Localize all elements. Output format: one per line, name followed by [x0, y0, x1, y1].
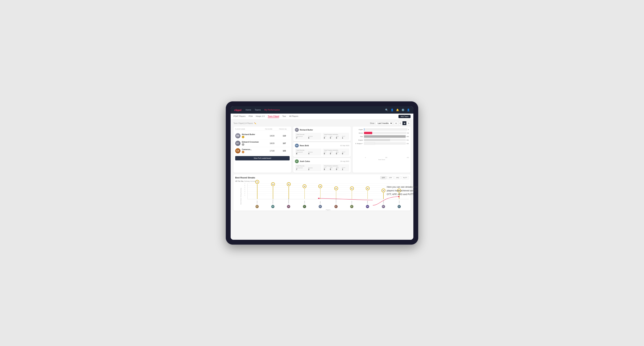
player-label-col-2: D. BillinghamDB — [287, 199, 290, 208]
streak-col-D.Ford: 4x — [350, 186, 354, 199]
main-content: Team Clippd | 14 Players ✏️ Show Last 3 … — [231, 120, 413, 240]
player-row-3: CA Cameron... 3 17/20 103 — [235, 147, 290, 155]
subnav-pga[interactable]: PGA — [249, 115, 253, 118]
chart-title: Total Shots — [354, 159, 409, 161]
logo: clippd — [234, 109, 241, 112]
streaks-subtitle: Off The Tee, Fairway Accuracy — [235, 180, 409, 182]
player-labels-row: E. EwertEEB. McHergBMD. BillinghamDBJ. C… — [248, 199, 409, 208]
avatar-2: EC — [235, 141, 240, 146]
bar-value-birdies: 96 — [407, 132, 409, 134]
player-card-rees: RB Rees Britt 02 Sep 2023 Total Rounds — [293, 142, 351, 157]
add-team-button[interactable]: Add Team — [398, 115, 410, 118]
pb-score-1: 19/20 — [265, 135, 279, 137]
streak-bubble-7: 4x — [366, 186, 370, 190]
bar-value-eagles: 3 — [408, 129, 409, 130]
list-view-btn[interactable]: ☰ — [398, 121, 402, 125]
card-view-btn[interactable]: ▦ — [402, 121, 406, 125]
bar-track-dbogeys — [364, 142, 406, 145]
subnav-hcaps[interactable]: Hcaps 1-5 — [256, 115, 264, 118]
grid-view-btn[interactable]: ⊞ — [394, 121, 398, 125]
stats-block-rounds-first: Total Rounds Tournament 7 Practice — [295, 133, 322, 140]
player-name-label-0: E. Ewert — [256, 199, 258, 204]
player-avatar-bottom-1: BM — [271, 205, 274, 208]
player-label-col-1: B. McHergBM — [271, 199, 274, 208]
player-name-label-1: B. McHerg — [272, 199, 273, 204]
bar-fill-birdies — [364, 132, 372, 134]
streak-col-E.Crossman: 4x — [334, 186, 338, 199]
streak-tab-arg[interactable]: ARG — [394, 176, 401, 179]
settings-icon[interactable]: ⚙️ — [402, 109, 404, 111]
tournament-label-first: Tournament — [296, 136, 308, 137]
edit-icon[interactable]: ✏️ — [254, 122, 256, 124]
player-info-2: EC Edward Crossman 2 — [235, 141, 265, 146]
rounds-vals-rees: Tournament 8 Practice 4 — [296, 152, 320, 155]
streak-col-J.Coles: 5x — [302, 184, 306, 199]
streak-tab-putt[interactable]: PUTT — [402, 176, 409, 179]
card-date-rees: 02 Sep 2023 — [340, 145, 349, 147]
bar-fill-eagles — [364, 128, 364, 131]
user-icon[interactable]: 👤 — [390, 109, 394, 111]
player-list-header: PLAYER NAME PB SCORE PB AVG SQ — [235, 128, 290, 131]
tablet-screen: clippd Home Teams My Performance 🔍 👤 🔔 ⚙… — [231, 106, 413, 240]
practice-vals-first: OTT 0 APP 0 ARG — [324, 136, 348, 139]
streak-chart-wrapper: Best Streak, Fairway Accuracy 7 6 5 4 3 … — [235, 183, 409, 209]
avatar-nav[interactable]: 👤 — [407, 109, 410, 111]
streak-bubble-8: 3x — [382, 188, 385, 192]
player-avatar-bottom-5: EC — [334, 205, 338, 208]
player-badge-1: 1 — [242, 136, 255, 138]
streak-tab-ott[interactable]: OTT — [380, 176, 386, 179]
period-select[interactable]: Last 3 months — [376, 122, 393, 125]
player-name-label-3: J. Coles — [304, 199, 305, 204]
nav-teams[interactable]: Teams — [254, 109, 261, 111]
player-card-first: RB Richard Butler Total Rounds Tournam — [293, 127, 351, 141]
team-header: Team Clippd | 14 Players ✏️ Show Last 3 … — [234, 121, 410, 125]
stats-block-practice-josh: Total Practice Activities OTT 0 APP — [322, 164, 349, 171]
bell-icon[interactable]: 🔔 — [396, 109, 399, 111]
bar-label-birdies: Birdies — [354, 132, 364, 134]
card-avatar-rees: RB — [295, 144, 299, 148]
player-name-2: Edward Crossman — [242, 141, 259, 143]
player-row: RB Richard Butler 1 19/20 110 — [235, 132, 290, 140]
practice-activities-label-josh: Total Practice Activities — [324, 165, 348, 167]
streak-line-6 — [352, 191, 352, 199]
player-avatar-bottom-0: EE — [255, 205, 259, 208]
streak-bubble-5: 4x — [334, 186, 338, 190]
streak-chart-area: 7 6 5 4 3 2 1 7x6x6x5x5x4x4x4x3x3x — [248, 183, 409, 199]
badge-gold-1: 1 — [242, 136, 244, 138]
x-label-0: 0 — [365, 157, 366, 158]
player-cards-col: RB Richard Butler Total Rounds Tournam — [293, 127, 351, 173]
card-nametext-first: Richard Butler — [300, 129, 313, 131]
bar-dbogeys: D. Bogeys + 131 — [354, 142, 409, 145]
view-leaderboard-button[interactable]: View Full Leaderboard — [235, 156, 290, 161]
card-name-josh: JC Josh Coles — [295, 159, 310, 163]
player-name-label-5: E. Crossman — [336, 199, 336, 204]
bar-pars: Pars 499 — [354, 135, 409, 138]
filter-btn[interactable]: ⇅ — [407, 121, 410, 125]
streak-line-8 — [383, 193, 384, 199]
player-name-label-4: R. Britt — [320, 199, 321, 204]
card-avatar-first: RB — [295, 128, 299, 132]
bar-label-bogeys: Bogeys — [354, 139, 364, 141]
player-label-col-4: R. BrittRB — [318, 199, 322, 208]
practice-vals-josh: OTT 0 APP 0 ARG — [324, 167, 348, 170]
streak-col-R.Britt: 5x — [318, 184, 322, 199]
nav-my-performance[interactable]: My Performance — [264, 109, 280, 111]
search-icon[interactable]: 🔍 — [385, 109, 388, 111]
subnav-pgat[interactable]: PGAT Players — [234, 115, 246, 118]
streak-col-D.Billingham: 6x — [287, 182, 291, 199]
streak-tab-app[interactable]: APP — [387, 176, 394, 179]
player-name-label-2: D. Billingham — [288, 199, 289, 204]
streak-bubble-1: 6x — [271, 182, 275, 186]
subnav-all-players[interactable]: All Players — [289, 115, 298, 118]
practice-val-first: 6 — [308, 137, 320, 139]
bar-chart: Eagles 3 Birdies — [354, 128, 409, 156]
nav-home[interactable]: Home — [246, 109, 251, 111]
player-label-col-3: J. ColesJC — [303, 199, 306, 208]
subnav-team-clippd[interactable]: Team Clippd — [268, 115, 279, 118]
practice-activities-label-first: Total Practice Activities — [324, 134, 348, 135]
bar-label-pars: Pars — [354, 136, 364, 137]
player-row-2: EC Edward Crossman 2 18/20 107 — [235, 140, 290, 147]
card-header-rees: RB Rees Britt 02 Sep 2023 — [295, 144, 349, 148]
subnav-tour[interactable]: Tour — [282, 115, 286, 118]
card-header-josh: JC Josh Coles 26 Aug 2023 — [295, 159, 349, 163]
